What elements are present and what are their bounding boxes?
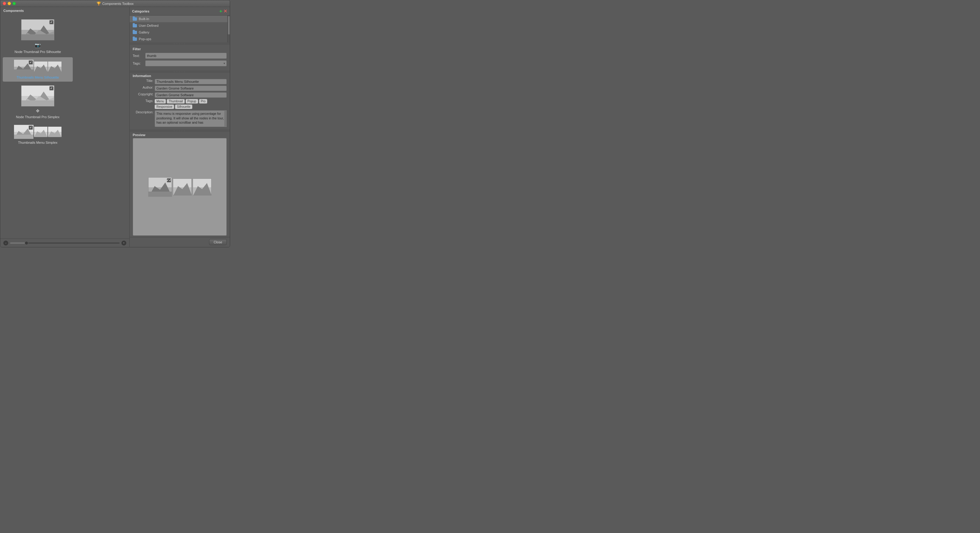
add-category-button[interactable]: + <box>220 8 222 14</box>
component-item-node-thumbnail-simplex[interactable]: ✥ Node Thumbnail Pro Simplex <box>3 83 73 121</box>
svg-rect-25 <box>34 127 48 132</box>
category-label-built-in: Built-In <box>139 17 149 21</box>
component-label-1: Node Thumbnail Pro Silhouette <box>14 50 61 54</box>
preview-thumb-right <box>192 179 212 196</box>
filter-text-label: Text: <box>133 54 143 57</box>
svg-rect-33 <box>148 191 172 197</box>
categories-header: Categories <box>132 10 150 13</box>
category-item-pop-ups[interactable]: Pop-ups <box>130 36 228 42</box>
preview-thumbnails: ✓ <box>147 176 213 198</box>
title-icon: 🏆 <box>97 2 101 6</box>
thumb-right-4 <box>48 127 62 137</box>
category-item-built-in[interactable]: Built-In <box>130 16 228 22</box>
info-copyright-value: Garden Gnome Software <box>154 92 227 98</box>
zoom-in-button[interactable]: + <box>121 241 126 246</box>
information-section: Information Title: Thumbnails Menu Silho… <box>130 73 230 129</box>
info-title-row: Title: Thumbnails Menu Silhouette <box>133 79 227 85</box>
thumb-mid-2 <box>34 62 48 72</box>
info-author-value: Garden Gnome Software <box>154 86 227 91</box>
zoom-slider-track[interactable] <box>10 243 119 244</box>
tag-pro: Pro <box>199 99 208 104</box>
category-label-gallery: Gallery <box>139 30 150 34</box>
component-item-node-thumbnail-silhouette[interactable]: 📷 Node Thumbnail Pro Silhouette <box>3 17 73 56</box>
checkbox-3 <box>49 86 54 91</box>
thumb-container-3 <box>21 85 54 107</box>
description-scrollbar[interactable] <box>224 110 227 127</box>
bottom-slider-bar: − + <box>0 238 129 247</box>
info-copyright-label: Copyright: <box>133 92 153 96</box>
main-area: Components <box>0 7 230 247</box>
category-label-pop-ups: Pop-ups <box>139 37 151 41</box>
component-item-thumbnails-menu-simplex[interactable]: Thumbnails Menu Simplex <box>3 123 73 147</box>
checkbox-2 <box>29 60 33 65</box>
svg-rect-35 <box>173 179 192 187</box>
zoom-out-button[interactable]: − <box>3 241 8 246</box>
filter-tags-select[interactable] <box>145 60 227 66</box>
svg-rect-23 <box>14 135 33 139</box>
categories-list: Built-In User-Defined Gallery Pop-ups <box>130 16 228 42</box>
preview-divider: · · · · · <box>130 129 230 132</box>
svg-rect-19 <box>22 101 54 106</box>
thumb-mid-4 <box>34 127 48 137</box>
filter-divider: · · · · · <box>130 42 230 45</box>
categories-section: Built-In User-Defined Gallery Pop-ups <box>130 16 230 42</box>
category-item-user-defined[interactable]: User-Defined <box>130 22 228 29</box>
tag-silhouette: Silhouette <box>175 104 192 109</box>
delete-category-button[interactable]: ✕ <box>223 8 228 14</box>
close-traffic-light[interactable] <box>3 2 6 5</box>
folder-icon-user-defined <box>133 24 137 27</box>
svg-rect-10 <box>34 62 48 67</box>
title-text: Components Toolbox <box>102 2 134 5</box>
component-item-thumbnails-menu-silhouette[interactable]: Thumbnails Menu Silhouette <box>3 57 73 81</box>
component-icon-1: 📷 <box>35 42 41 48</box>
tag-popup: Popup <box>186 99 198 104</box>
right-panel: Categories + ✕ Built-In User-Defined <box>129 7 230 247</box>
filter-text-row: Text: <box>133 53 227 59</box>
preview-check-mark: ✓ <box>167 179 169 182</box>
svg-rect-13 <box>48 62 62 67</box>
preview-label: Preview <box>133 133 227 137</box>
info-copyright-row: Copyright: Garden Gnome Software <box>133 92 227 98</box>
filter-text-input[interactable] <box>145 53 227 59</box>
traffic-lights <box>3 2 16 5</box>
thumbnail-single-3 <box>21 85 54 107</box>
preview-section: Preview ✓ <box>130 132 230 237</box>
close-button[interactable]: Close <box>209 239 227 245</box>
category-label-user-defined: User-Defined <box>139 24 159 27</box>
slider-thumb[interactable] <box>25 241 28 245</box>
folder-icon-built-in <box>133 18 137 21</box>
preview-thumb-mid <box>173 179 192 196</box>
svg-rect-4 <box>22 34 54 40</box>
titlebar: 🏆 Components Toolbox <box>0 0 230 7</box>
maximize-traffic-light[interactable] <box>13 2 16 5</box>
thumbnail-single-1 <box>21 19 54 40</box>
bottom-right-bar: Close <box>130 237 230 247</box>
preview-checkbox: ✓ <box>167 178 171 182</box>
plus-icon: + <box>123 241 124 244</box>
component-label-4: Thumbnails Menu Simplex <box>18 141 57 144</box>
filter-section: Filter Text: Tags: ▼ <box>130 45 230 70</box>
info-tags-row: Tags: Menu Thumbnail Popup Pro Responsiv… <box>133 99 227 109</box>
thumb-main-2 <box>14 60 33 74</box>
info-title-label: Title: <box>133 79 153 83</box>
minimize-traffic-light[interactable] <box>8 2 11 5</box>
info-tags-values: Menu Thumbnail Popup Pro Responsive Silh… <box>154 99 227 109</box>
info-description-value: This menu is responsive using percentage… <box>154 110 227 127</box>
filter-tags-row: Tags: ▼ <box>133 60 227 66</box>
slider-fill <box>10 243 27 244</box>
information-label: Information <box>133 74 227 78</box>
component-label-3: Node Thumbnail Pro Simplex <box>16 115 60 119</box>
left-panel: Components <box>0 7 129 247</box>
filter-label: Filter <box>133 47 227 51</box>
categories-header-bar: Categories + ✕ <box>130 7 230 16</box>
category-item-gallery[interactable]: Gallery <box>130 29 228 36</box>
triple-thumb-4 <box>14 125 62 139</box>
categories-scrollbar[interactable] <box>228 16 230 42</box>
info-description-row: Description: This menu is responsive usi… <box>133 110 227 127</box>
thumb-main-4 <box>14 125 33 139</box>
info-description-label: Description: <box>133 110 153 114</box>
preview-image-area: ✓ <box>133 138 227 236</box>
folder-icon-gallery <box>133 31 137 34</box>
thumb-container-2 <box>14 60 62 74</box>
info-tags-label: Tags: <box>133 99 153 103</box>
